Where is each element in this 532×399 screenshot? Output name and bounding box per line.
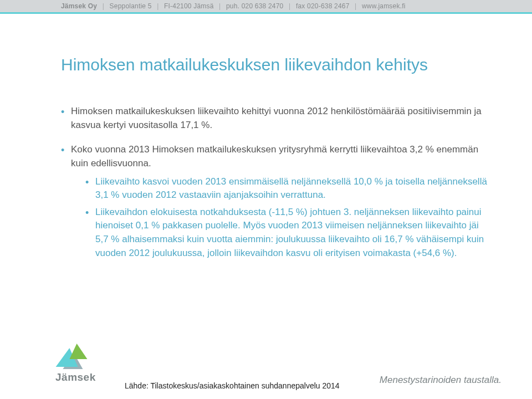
header-phone: 020 638 2470 bbox=[242, 2, 284, 10]
tagline-text: Menestystarinoiden taustalla. bbox=[380, 375, 502, 386]
sub-bullet-item: Liikevaihto kasvoi vuoden 2013 ensimmäis… bbox=[85, 175, 493, 202]
footer: Jämsek Lähde: Tilastokeskus/asiakaskohta… bbox=[0, 354, 532, 399]
header-postal: FI-42100 Jämsä bbox=[164, 2, 214, 10]
header-address: Seppolantie 5 bbox=[110, 2, 152, 10]
logo-icon bbox=[55, 341, 89, 370]
separator: | bbox=[289, 2, 290, 10]
header-fax: 020-638 2467 bbox=[307, 2, 349, 10]
sub-bullet-list: Liikevaihto kasvoi vuoden 2013 ensimmäis… bbox=[85, 175, 493, 260]
source-text: Lähde: Tilastokeskus/asiakaskohtainen su… bbox=[125, 381, 340, 390]
header-phone-label: puh. bbox=[226, 2, 239, 10]
bullet-list: Himoksen matkailukeskuksen liikevaihto k… bbox=[61, 105, 493, 260]
page-title: Himoksen matkailukeskuksen liikevaihdon … bbox=[61, 55, 493, 74]
bullet-item: Himoksen matkailukeskuksen liikevaihto k… bbox=[61, 105, 493, 132]
sub-bullet-text: Liikevaihto kasvoi vuoden 2013 ensimmäis… bbox=[95, 176, 487, 201]
bullet-item: Koko vuonna 2013 Himoksen matkailukeskuk… bbox=[61, 143, 493, 260]
header-web: www.jamsek.fi bbox=[362, 2, 406, 10]
sub-bullet-item: Liikevaihdon elokuisesta notkahduksesta … bbox=[85, 206, 493, 260]
separator: | bbox=[103, 2, 104, 10]
sub-bullet-text: Liikevaihdon elokuisesta notkahduksesta … bbox=[95, 207, 484, 258]
header-company: Jämsek Oy bbox=[61, 2, 97, 10]
separator: | bbox=[157, 2, 158, 10]
bullet-text: Koko vuonna 2013 Himoksen matkailukeskuk… bbox=[71, 144, 478, 168]
brand-logo: Jämsek bbox=[55, 341, 96, 383]
logo-text: Jämsek bbox=[55, 371, 96, 383]
header-fax-label: fax bbox=[296, 2, 305, 10]
header-bar: Jämsek Oy | Seppolantie 5 | FI-42100 Jäm… bbox=[0, 0, 532, 12]
separator: | bbox=[219, 2, 221, 10]
slide-body: Himoksen matkailukeskuksen liikevaihdon … bbox=[0, 14, 532, 260]
bullet-text: Himoksen matkailukeskuksen liikevaihto k… bbox=[71, 106, 482, 130]
separator: | bbox=[355, 2, 356, 10]
